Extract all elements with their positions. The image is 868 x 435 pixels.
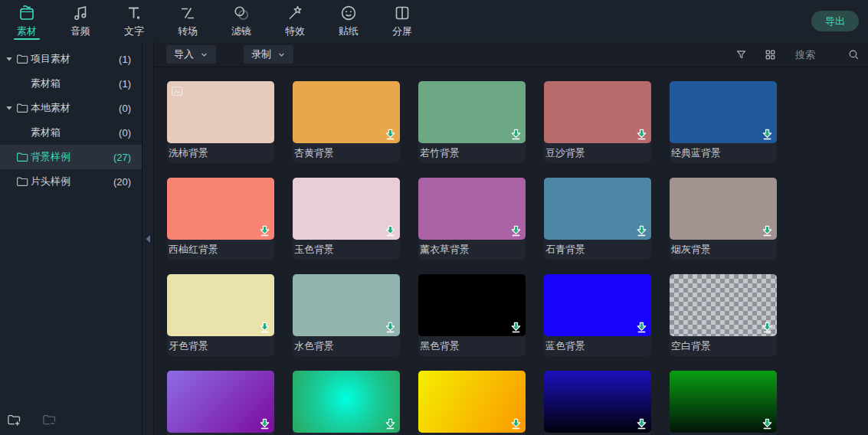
record-button[interactable]: 录制 xyxy=(244,45,293,64)
sidebar-item-count: (1) xyxy=(119,78,142,90)
tab-label: 贴纸 xyxy=(339,25,359,38)
download-icon[interactable] xyxy=(636,322,647,333)
background-sample-item[interactable]: 薰衣草背景 xyxy=(418,178,526,260)
import-button[interactable]: 导入 xyxy=(166,45,216,64)
tab-label: 滤镜 xyxy=(231,25,251,38)
background-sample-item[interactable] xyxy=(167,371,274,435)
delete-folder-icon[interactable] xyxy=(41,412,57,427)
tab-split-screen[interactable]: 分屏 xyxy=(375,0,429,42)
color-swatch xyxy=(418,81,526,143)
background-sample-item[interactable]: 蓝色背景 xyxy=(544,274,651,356)
color-swatch xyxy=(167,371,274,433)
sample-label: 水色背景 xyxy=(293,336,400,356)
download-icon[interactable] xyxy=(510,418,522,430)
background-sample-item[interactable]: 黑色背景 xyxy=(418,274,526,356)
background-sample-item[interactable] xyxy=(293,371,400,435)
download-icon[interactable] xyxy=(385,418,396,430)
download-icon[interactable] xyxy=(259,322,270,333)
sidebar-collapse-icon[interactable] xyxy=(145,234,151,244)
new-folder-icon[interactable] xyxy=(6,412,21,427)
color-swatch xyxy=(418,371,526,433)
tab-effects[interactable]: 特效 xyxy=(268,0,322,42)
color-swatch xyxy=(670,81,777,143)
background-sample-item[interactable]: 牙色背景 xyxy=(167,274,274,356)
sidebar-footer xyxy=(0,404,142,435)
top-tabs: 素材 音频 文字 转场 滤镜 特效 贴纸 分屏 xyxy=(0,0,429,42)
top-navigation-bar: 素材 音频 文字 转场 滤镜 特效 贴纸 分屏 导出 xyxy=(0,0,868,42)
background-sample-item[interactable]: 玉色背景 xyxy=(293,178,400,260)
download-icon[interactable] xyxy=(259,418,270,430)
sticker-icon xyxy=(339,4,358,22)
background-sample-item[interactable]: 西柚红背景 xyxy=(167,178,274,260)
tab-text[interactable]: 文字 xyxy=(107,0,161,42)
sample-label: 西柚红背景 xyxy=(167,240,274,260)
background-sample-item[interactable]: 若竹背景 xyxy=(418,81,526,163)
grid-view-icon[interactable] xyxy=(764,48,777,61)
sidebar-item-label: 素材箱 xyxy=(31,77,61,90)
download-icon[interactable] xyxy=(762,322,773,333)
tab-filter-lens[interactable]: 滤镜 xyxy=(215,0,268,42)
color-swatch xyxy=(670,371,777,433)
background-sample-item[interactable] xyxy=(418,371,526,435)
download-icon[interactable] xyxy=(762,129,773,140)
color-swatch xyxy=(418,178,526,240)
download-icon[interactable] xyxy=(510,129,522,140)
sample-label: 蓝色背景 xyxy=(544,336,651,356)
color-swatch xyxy=(670,178,777,240)
sidebar-item-count: (0) xyxy=(119,103,142,114)
filter-lens-icon xyxy=(232,4,251,22)
sidebar-folder-item[interactable]: 背景样例 (27) xyxy=(0,145,142,169)
split-screen-icon xyxy=(393,4,411,22)
background-sample-item[interactable] xyxy=(544,371,651,435)
sidebar-folder-tree: 项目素材 (1) 素材箱 (1) 本地素材 (0) 素材箱 (0) 背景样例 (… xyxy=(0,47,142,194)
chevron-down-icon xyxy=(277,51,286,59)
color-swatch xyxy=(670,274,777,336)
download-icon[interactable] xyxy=(636,129,647,140)
sidebar-folder-item[interactable]: 片头样例 (20) xyxy=(0,169,142,194)
background-sample-item[interactable]: 杏黄背景 xyxy=(293,81,400,163)
background-sample-item[interactable]: 石青背景 xyxy=(544,178,651,260)
sidebar-folder-item[interactable]: 项目素材 (1) xyxy=(0,47,142,71)
background-sample-item[interactable]: 经典蓝背景 xyxy=(670,81,777,163)
sample-label: 牙色背景 xyxy=(167,336,274,356)
background-samples-grid: 洗柿背景 杏黄背景 若竹背景 豆沙背景 经典蓝背景 西柚红背景 xyxy=(154,67,868,435)
tab-label: 特效 xyxy=(285,25,305,38)
background-sample-item[interactable]: 空白背景 xyxy=(670,274,777,356)
effects-icon xyxy=(286,4,304,22)
tab-label: 文字 xyxy=(124,25,144,38)
sidebar-item-count: (1) xyxy=(119,54,142,65)
background-sample-item[interactable]: 水色背景 xyxy=(293,274,400,356)
tab-sticker[interactable]: 贴纸 xyxy=(322,0,375,42)
search-input[interactable] xyxy=(795,49,844,61)
background-sample-item[interactable]: 洗柿背景 xyxy=(167,81,274,163)
tab-transition[interactable]: 转场 xyxy=(161,0,215,42)
background-sample-item[interactable]: 豆沙背景 xyxy=(544,81,651,163)
download-icon[interactable] xyxy=(762,225,773,237)
filter-icon[interactable] xyxy=(735,48,748,61)
background-sample-item[interactable] xyxy=(670,371,777,435)
expand-caret-icon[interactable] xyxy=(5,104,14,112)
download-icon[interactable] xyxy=(762,418,773,430)
download-icon[interactable] xyxy=(636,418,647,430)
sidebar-item-count: (0) xyxy=(119,127,142,139)
download-icon[interactable] xyxy=(385,225,396,237)
background-sample-item[interactable]: 烟灰背景 xyxy=(670,178,777,260)
sample-label: 杏黄背景 xyxy=(293,143,400,163)
expand-caret-icon[interactable] xyxy=(5,55,14,63)
sidebar-folder-item[interactable]: 本地素材 (0) xyxy=(0,96,142,120)
tab-music[interactable]: 音频 xyxy=(54,0,107,42)
active-tab-underline xyxy=(14,38,40,40)
download-icon[interactable] xyxy=(259,225,270,237)
download-icon[interactable] xyxy=(385,129,396,140)
sidebar-folder-item[interactable]: 素材箱 (1) xyxy=(0,71,142,96)
download-icon[interactable] xyxy=(636,225,647,237)
sidebar-item-count: (20) xyxy=(113,176,142,188)
tab-media[interactable]: 素材 xyxy=(0,0,54,42)
sidebar-gutter xyxy=(142,42,154,435)
export-button[interactable]: 导出 xyxy=(811,11,859,31)
download-icon[interactable] xyxy=(385,322,396,333)
transition-icon xyxy=(179,4,197,22)
sidebar-folder-item[interactable]: 素材箱 (0) xyxy=(0,120,142,145)
download-icon[interactable] xyxy=(510,225,522,237)
download-icon[interactable] xyxy=(510,322,522,333)
